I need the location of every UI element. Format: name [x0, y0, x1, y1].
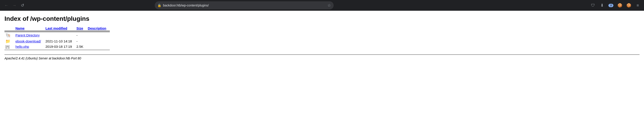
- name-header: Name: [14, 26, 44, 31]
- url-text: backdoor.htb/wp-content/plugins/: [163, 3, 326, 7]
- row-size-cell: -: [76, 38, 87, 44]
- shield-icon[interactable]: 🛡: [590, 2, 596, 9]
- row-size-cell: -: [76, 32, 87, 38]
- row-icon-cell: 🐚: [4, 32, 14, 38]
- name-sort-link[interactable]: Name: [16, 26, 24, 30]
- description-sort-link[interactable]: Description: [88, 26, 106, 30]
- menu-icon[interactable]: ≡: [634, 2, 641, 9]
- extensions-icon[interactable]: 13: [607, 2, 614, 9]
- icon-header: [4, 26, 14, 31]
- browser-chrome: ← → ↺ 🔒 backdoor.htb/wp-content/plugins/…: [0, 0, 644, 11]
- directory-table: Name Last modified Size Description 🐚 Pa…: [4, 26, 110, 50]
- server-info: Apache/2.4.41 (Ubuntu) Server at backdoo…: [4, 54, 640, 60]
- toolbar-right: 🛡 ⬇ 13 🍪 🍪 ≡: [590, 2, 641, 9]
- table-row: [?] hello.php 2019-03-18 17:19 2.5K: [4, 44, 110, 49]
- back-button[interactable]: ←: [3, 2, 10, 9]
- description-header: Description: [87, 26, 110, 31]
- row-modified-cell: 2019-03-18 17:19: [44, 44, 75, 49]
- forward-button[interactable]: →: [11, 2, 18, 9]
- table-row: 🐚 Parent Directory -: [4, 32, 110, 38]
- row-name-link[interactable]: ebook-download/: [16, 39, 41, 43]
- download-icon[interactable]: ⬇: [598, 2, 606, 9]
- size-header: Size: [76, 26, 87, 31]
- file-icon: [?]: [5, 45, 10, 49]
- row-desc-cell: [87, 32, 110, 38]
- modified-sort-link[interactable]: Last modified: [46, 26, 67, 30]
- profile-cookie-icon[interactable]: 🍪: [616, 2, 624, 9]
- row-icon-cell: [?]: [4, 44, 14, 49]
- profile-avatar-icon[interactable]: 🍪: [625, 2, 632, 9]
- table-separator-bottom: [4, 49, 110, 50]
- row-size-cell: 2.5K: [76, 44, 87, 49]
- row-modified-cell: 2021-11-10 14:18: [44, 38, 75, 44]
- row-desc-cell: [87, 38, 110, 44]
- security-icon: 🔒: [158, 3, 161, 7]
- row-name-link[interactable]: hello.php: [16, 45, 29, 48]
- address-bar[interactable]: 🔒 backdoor.htb/wp-content/plugins/ ☆: [155, 1, 334, 9]
- bookmark-icon[interactable]: ☆: [327, 3, 331, 8]
- table-header-row: Name Last modified Size Description: [4, 26, 110, 31]
- row-icon-cell: 📁: [4, 38, 14, 44]
- row-modified-cell: [44, 32, 75, 38]
- parent-dir-icon: 🐚: [5, 33, 11, 38]
- row-name-link[interactable]: Parent Directory: [16, 33, 40, 37]
- row-desc-cell: [87, 44, 110, 49]
- nav-buttons: ← → ↺: [3, 2, 26, 9]
- row-name-cell: hello.php: [14, 44, 44, 49]
- row-name-cell: Parent Directory: [14, 32, 44, 38]
- folder-icon: 📁: [5, 39, 10, 44]
- size-sort-link[interactable]: Size: [76, 26, 83, 30]
- reload-button[interactable]: ↺: [19, 2, 26, 9]
- table-row: 📁 ebook-download/ 2021-11-10 14:18 -: [4, 38, 110, 44]
- row-name-cell: ebook-download/: [14, 38, 44, 44]
- page-title: Index of /wp-content/plugins: [4, 15, 640, 22]
- modified-header: Last modified: [44, 26, 75, 31]
- page-content: Index of /wp-content/plugins Name Last m…: [0, 11, 644, 65]
